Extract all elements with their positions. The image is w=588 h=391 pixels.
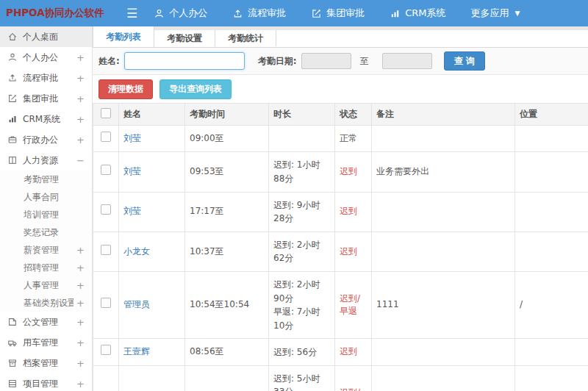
topnav-item[interactable]: 流程审批	[232, 7, 286, 20]
expand-toggle-icon[interactable]: +	[74, 337, 85, 348]
clear-data-button[interactable]: 清理数据	[98, 79, 153, 99]
time-cell: 10:37至	[185, 232, 269, 271]
sidebar-item-label: 用车管理	[23, 337, 74, 349]
sidebar-item[interactable]: 用车管理+	[0, 332, 92, 353]
duration-line: 迟到: 1小时88分	[273, 158, 330, 185]
sidebar-item-label: 个人办公	[23, 51, 74, 64]
expand-toggle-icon[interactable]: +	[74, 134, 85, 146]
status-badge: 迟到	[340, 206, 357, 216]
archive-icon	[7, 358, 18, 368]
row-checkbox[interactable]	[101, 165, 111, 175]
date-to-input[interactable]	[382, 53, 432, 69]
topnav-item[interactable]: 集团审批	[311, 7, 365, 20]
duration-cell: 迟到: 2小时90分早退: 7小时10分	[269, 271, 335, 338]
sidebar-subitem[interactable]: 基础类别设置+	[0, 294, 92, 312]
sidebar-item[interactable]: 档案管理+	[0, 353, 92, 373]
row-checkbox[interactable]	[101, 298, 111, 308]
note-cell: 1111	[372, 271, 515, 338]
employee-name-link[interactable]: 刘莹	[123, 206, 141, 216]
time-cell: 13:20至13:20	[185, 365, 269, 391]
sidebar-subitem[interactable]: 考勤管理	[0, 171, 92, 188]
date-from-input[interactable]	[301, 53, 351, 69]
expand-toggle-icon[interactable]: +	[74, 298, 85, 309]
sidebar-subitem-label: 培训管理	[24, 209, 85, 221]
name-filter-label: 姓名:	[98, 55, 120, 68]
sidebar-item-label: 项目管理	[23, 378, 74, 390]
expand-toggle-icon[interactable]: −	[74, 155, 85, 166]
sidebar-item[interactable]: 个人办公+	[0, 47, 92, 68]
expand-toggle-icon[interactable]: +	[74, 317, 85, 328]
expand-toggle-icon[interactable]: +	[74, 73, 85, 84]
duration-line: 早退: 7小时10分	[273, 305, 330, 332]
row-checkbox[interactable]	[101, 345, 111, 355]
sidebar-item[interactable]: 集团审批+	[0, 88, 92, 109]
briefcase-icon	[7, 134, 18, 145]
expand-toggle-icon[interactable]: +	[74, 358, 85, 369]
time-cell: 17:17至	[185, 192, 269, 232]
row-checkbox[interactable]	[101, 204, 111, 215]
employee-name-link[interactable]: 小龙女	[123, 246, 150, 257]
name-filter-input[interactable]	[124, 52, 245, 70]
sidebar-item[interactable]: 项目管理+	[0, 373, 92, 391]
expand-toggle-icon[interactable]: +	[74, 93, 85, 104]
sidebar-subitem[interactable]: 奖惩记录	[0, 223, 92, 241]
duration-line: 迟到: 2小时90分	[273, 278, 330, 305]
expand-toggle-icon[interactable]: +	[74, 379, 85, 390]
tab-1[interactable]: 考勤设置	[154, 30, 215, 46]
topnav-item[interactable]: CRM系统	[390, 7, 445, 20]
expand-toggle-icon[interactable]: +	[74, 245, 85, 256]
row-select-cell	[93, 339, 119, 365]
tab-0[interactable]: 考勤列表	[93, 26, 154, 47]
header-select-all-cell	[93, 104, 119, 126]
expand-toggle-icon[interactable]: +	[74, 52, 85, 63]
sidebar-item[interactable]: 公文管理+	[0, 312, 92, 332]
action-bar: 清理数据 导出查询列表	[93, 75, 588, 103]
filter-bar: 姓名: 考勤日期: 至 查 询	[93, 48, 588, 75]
hamburger-menu-icon[interactable]: ☰	[126, 7, 137, 20]
row-checkbox[interactable]	[101, 132, 111, 142]
sidebar-item[interactable]: 行政办公+	[0, 129, 92, 150]
sidebar-subitem-label: 招聘管理	[24, 262, 74, 274]
user-icon	[7, 52, 18, 62]
column-header: 姓名	[119, 104, 185, 126]
sidebar-item[interactable]: 人力资源−	[0, 150, 92, 171]
employee-name-link[interactable]: 刘莹	[123, 133, 141, 143]
topnav-item[interactable]: 个人办公	[154, 7, 207, 20]
main-content: 考勤列表考勤设置考勤统计 姓名: 考勤日期: 至 查 询 清理数据 导出查询列表…	[93, 26, 588, 391]
status-cell: 迟到/早退	[335, 365, 372, 391]
export-list-button[interactable]: 导出查询列表	[159, 79, 232, 99]
topnav-item[interactable]: 更多应用▼	[471, 7, 520, 20]
sidebar-item[interactable]: 个人桌面	[0, 26, 92, 47]
name-cell: 刘莹	[119, 192, 185, 232]
sidebar-subitem[interactable]: 招聘管理+	[0, 259, 92, 276]
status-badge: 迟到/早退	[340, 293, 360, 316]
sidebar-subitem-label: 人事合同	[24, 191, 85, 204]
status-cell: 迟到	[335, 232, 372, 271]
tab-2[interactable]: 考勤统计	[215, 30, 276, 46]
sidebar-subitem[interactable]: 人事合同	[0, 188, 92, 206]
duration-line: 迟到: 5小时33分	[273, 372, 330, 391]
expand-toggle-icon[interactable]: +	[74, 262, 85, 273]
duration-cell: 迟到: 2小时62分	[269, 232, 335, 271]
sidebar-item[interactable]: CRM系统+	[0, 109, 92, 129]
employee-name-link[interactable]: 刘莹	[123, 166, 141, 176]
chart-icon	[7, 114, 18, 124]
duration-cell: 迟到: 1小时88分	[269, 152, 335, 192]
employee-name-link[interactable]: 王壹辉	[123, 346, 150, 356]
search-button[interactable]: 查 询	[444, 51, 485, 71]
expand-toggle-icon[interactable]: +	[74, 114, 85, 125]
attendance-table: 姓名考勤时间时长状态备注位置 刘莹09:00至正常刘莹09:53至迟到: 1小时…	[93, 103, 588, 391]
employee-name-link[interactable]: 管理员	[123, 299, 150, 309]
duration-cell: 迟到: 5小时33分早退: 4小时67分	[269, 365, 335, 391]
edit-icon	[311, 8, 322, 19]
sidebar-subitem[interactable]: 培训管理	[0, 206, 92, 223]
sidebar-item-label: 行政办公	[23, 134, 74, 146]
sidebar-item[interactable]: 流程审批+	[0, 68, 92, 88]
select-all-checkbox[interactable]	[101, 108, 111, 118]
expand-toggle-icon[interactable]: +	[74, 280, 85, 291]
sidebar-item-label: 档案管理	[23, 357, 74, 370]
sidebar-subitem[interactable]: 薪资管理+	[0, 241, 92, 259]
sidebar-subitem[interactable]: 人事管理+	[0, 276, 92, 294]
note-cell	[372, 339, 515, 365]
row-checkbox[interactable]	[101, 245, 111, 255]
